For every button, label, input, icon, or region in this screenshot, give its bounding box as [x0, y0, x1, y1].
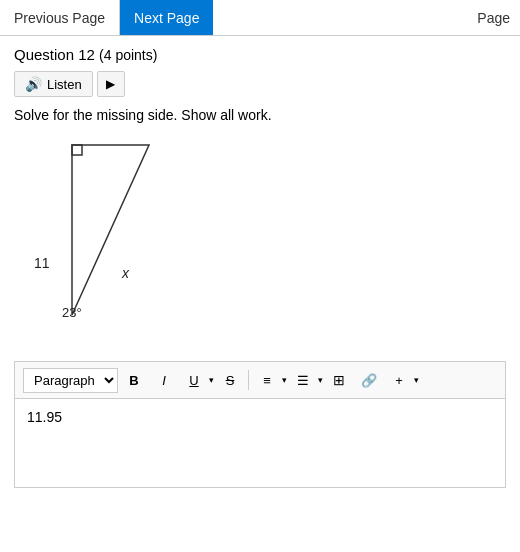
prompt-text: Solve for the missing side. Show all wor…: [14, 107, 506, 123]
question-title: Question 12: [14, 46, 95, 63]
speaker-icon: 🔊: [25, 76, 42, 92]
side-label-11: 11: [34, 255, 50, 271]
triangle-svg: [34, 135, 174, 345]
align-chevron: ▾: [282, 375, 287, 385]
underline-chevron: ▾: [209, 375, 214, 385]
bold-button[interactable]: B: [120, 367, 148, 393]
editor-value: 11.95: [27, 409, 62, 425]
play-icon: ▶: [106, 77, 115, 91]
play-button[interactable]: ▶: [97, 71, 125, 97]
listen-button[interactable]: 🔊 Listen: [14, 71, 93, 97]
editor-toolbar: Paragraph B I U ▾ S ≡ ▾ ☰ ▾ ⊞ 🔗 + ▾: [14, 361, 506, 398]
list-button[interactable]: ☰: [289, 367, 317, 393]
more-button[interactable]: +: [385, 367, 413, 393]
more-chevron: ▾: [414, 375, 419, 385]
more-group: + ▾: [385, 367, 419, 393]
list-chevron: ▾: [318, 375, 323, 385]
link-button[interactable]: 🔗: [355, 367, 383, 393]
strikethrough-button[interactable]: S: [216, 367, 244, 393]
question-points: (4 points): [99, 47, 157, 63]
next-page-button[interactable]: Next Page: [120, 0, 213, 35]
align-group: ≡ ▾: [253, 367, 287, 393]
italic-button[interactable]: I: [150, 367, 178, 393]
table-button[interactable]: ⊞: [325, 367, 353, 393]
page-indicator: Page: [467, 0, 520, 35]
prev-page-button[interactable]: Previous Page: [0, 0, 120, 35]
angle-label: 23°: [62, 305, 82, 320]
underline-button[interactable]: U: [180, 367, 208, 393]
toolbar-divider-1: [248, 370, 249, 390]
question-header: Question 12 (4 points): [14, 46, 506, 63]
main-content: Question 12 (4 points) 🔊 Listen ▶ Solve …: [0, 36, 520, 488]
svg-marker-0: [72, 145, 149, 315]
list-group: ☰ ▾: [289, 367, 323, 393]
answer-editor[interactable]: 11.95: [14, 398, 506, 488]
listen-label: Listen: [47, 77, 82, 92]
align-button[interactable]: ≡: [253, 367, 281, 393]
listen-bar: 🔊 Listen ▶: [14, 71, 506, 97]
nav-bar: Previous Page Next Page Page: [0, 0, 520, 36]
paragraph-select[interactable]: Paragraph: [23, 368, 118, 393]
triangle-diagram: 11 x 23°: [34, 135, 174, 345]
underline-group: U ▾: [180, 367, 214, 393]
svg-rect-1: [72, 145, 82, 155]
side-label-x: x: [122, 265, 129, 281]
